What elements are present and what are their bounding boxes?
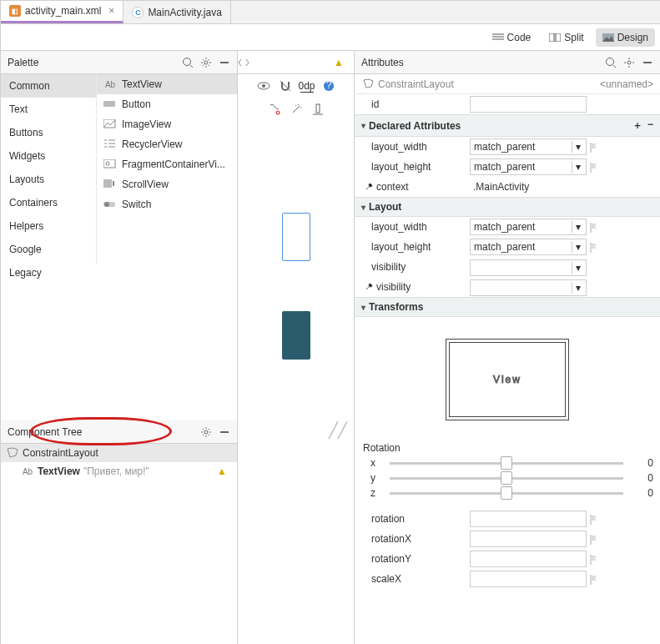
minimize-icon[interactable] <box>642 57 653 68</box>
tree-child-text: "Привет, мир!" <box>83 465 149 477</box>
collapse-icon[interactable] <box>238 58 249 67</box>
search-icon[interactable] <box>182 57 194 68</box>
flag-icon[interactable] <box>590 555 600 565</box>
rotation-z-slider[interactable] <box>390 492 623 495</box>
layout-height-select[interactable]: match_parent▾ <box>470 158 587 175</box>
magic-wand-icon[interactable] <box>290 103 303 116</box>
magnet-icon[interactable] <box>279 79 292 93</box>
palette-cat-google[interactable]: Google <box>1 238 96 261</box>
id-input[interactable] <box>470 96 587 113</box>
palette-cat-widgets[interactable]: Widgets <box>1 144 96 168</box>
eye-icon[interactable] <box>257 79 270 93</box>
mode-design-button[interactable]: Design <box>596 28 655 47</box>
palette-cat-helpers[interactable]: Helpers <box>1 214 96 238</box>
svg-rect-5 <box>103 101 115 107</box>
mode-design-label: Design <box>617 32 648 43</box>
palette-cat-containers[interactable]: Containers <box>1 191 96 214</box>
device-preview-light[interactable] <box>282 213 310 261</box>
attributes-title: Attributes <box>361 57 404 68</box>
warning-icon[interactable]: ▲ <box>334 57 349 68</box>
chevron-down-icon: ▾ <box>361 303 365 312</box>
visibility-select[interactable]: ▾ <box>470 259 587 276</box>
palette-cat-buttons[interactable]: Buttons <box>1 121 96 144</box>
rotation-z-label: z <box>361 487 385 499</box>
minimize-icon[interactable] <box>219 426 230 438</box>
palette-cat-common[interactable]: Common <box>1 74 96 98</box>
flag-icon[interactable] <box>590 575 600 585</box>
tab-activity-main-xml[interactable]: ◧ activity_main.xml × <box>1 1 123 23</box>
rotation-x-value: 0 <box>628 457 653 469</box>
scalex-input[interactable] <box>470 571 587 587</box>
attributes-widget-row: ConstraintLayout <unnamed> <box>355 74 660 94</box>
layout-height-select[interactable]: match_parent▾ <box>470 239 587 255</box>
palette-cat-text[interactable]: Text <box>1 98 96 121</box>
constraintlayout-icon <box>6 448 19 458</box>
transform-preview: View <box>355 317 660 439</box>
constraintlayout-icon <box>361 79 375 89</box>
component-tree-title: Component Tree <box>8 426 82 438</box>
tree-node-textview[interactable]: Ab TextView "Привет, мир!" ▲ <box>1 462 237 480</box>
rotation-x-slider[interactable] <box>390 462 623 465</box>
remove-attribute-icon[interactable]: − <box>647 118 653 133</box>
split-icon <box>549 33 561 42</box>
clear-constraints-icon[interactable] <box>268 103 281 116</box>
rotationy-label: rotationY <box>361 553 470 565</box>
palette-item-button[interactable]: Button <box>97 94 237 114</box>
chevron-down-icon: ▾ <box>572 221 583 233</box>
svg-rect-6 <box>103 119 115 128</box>
wrench-icon <box>365 283 373 291</box>
minimize-icon[interactable] <box>219 57 230 68</box>
layout-width-select[interactable]: match_parent▾ <box>470 219 587 235</box>
widget-id-placeholder: <unnamed> <box>600 78 653 90</box>
palette-item-fragmentcontainer[interactable]: FragmentContainerVi... <box>97 154 237 174</box>
mode-split-button[interactable]: Split <box>542 28 590 47</box>
flag-icon[interactable] <box>590 515 600 525</box>
tab-mainactivity-java[interactable]: C MainActivity.java <box>123 1 230 23</box>
resize-handle-icon[interactable]: ╱╱ <box>329 421 347 440</box>
section-layout[interactable]: ▾ Layout <box>355 197 660 217</box>
guideline-icon[interactable] <box>311 103 325 116</box>
close-tab-icon[interactable]: × <box>105 5 114 17</box>
palette-item-scrollview[interactable]: ScrollView <box>97 174 237 194</box>
section-declared-attributes[interactable]: ▾ Declared Attributes ＋− <box>355 114 660 137</box>
palette-item-recyclerview[interactable]: RecyclerView <box>97 134 237 154</box>
flag-icon[interactable] <box>590 163 600 173</box>
add-attribute-icon[interactable]: ＋ <box>632 118 642 133</box>
mode-code-button[interactable]: Code <box>486 28 538 47</box>
rotation-title: Rotation <box>355 439 660 455</box>
rotationy-input[interactable] <box>470 551 587 567</box>
chevron-down-icon: ▾ <box>361 203 365 212</box>
section-transforms[interactable]: ▾ Transforms <box>355 297 660 317</box>
chevron-down-icon: ▾ <box>572 282 583 294</box>
svg-rect-0 <box>549 33 554 42</box>
chevron-down-icon: ▾ <box>572 262 583 274</box>
flag-icon[interactable] <box>590 535 600 545</box>
tree-node-constraintlayout[interactable]: ConstraintLayout <box>1 444 237 462</box>
help-icon[interactable]: ? <box>322 79 335 93</box>
gear-icon[interactable] <box>200 426 212 438</box>
gear-icon[interactable] <box>623 57 635 68</box>
visibility-tool-select[interactable]: ▾ <box>470 279 587 296</box>
palette-item-textview[interactable]: AbTextView <box>97 74 237 94</box>
warning-icon[interactable]: ▲ <box>217 465 232 477</box>
palette-item-switch[interactable]: Switch <box>97 194 237 214</box>
flag-icon[interactable] <box>590 223 600 233</box>
svg-point-12 <box>104 202 109 207</box>
default-margin-button[interactable]: 0dp <box>300 79 314 93</box>
device-preview-dark[interactable] <box>282 311 310 360</box>
flag-icon[interactable] <box>590 243 600 253</box>
flag-icon[interactable] <box>590 143 600 153</box>
rotation-y-slider[interactable] <box>390 477 623 480</box>
visibility-label: visibility <box>361 261 470 273</box>
palette-cat-layouts[interactable]: Layouts <box>1 168 96 191</box>
search-icon[interactable] <box>605 57 617 68</box>
gear-icon[interactable] <box>200 57 212 68</box>
layout-height-label: layout_height <box>361 241 470 253</box>
rotation-input[interactable] <box>470 511 587 527</box>
layout-width-select[interactable]: match_parent▾ <box>470 138 587 155</box>
palette-item-imageview[interactable]: ImageView <box>97 114 237 134</box>
rotationx-label: rotationX <box>361 533 470 545</box>
rotationx-input[interactable] <box>470 531 587 547</box>
chevron-down-icon: ▾ <box>361 121 365 130</box>
context-input[interactable] <box>470 179 587 195</box>
